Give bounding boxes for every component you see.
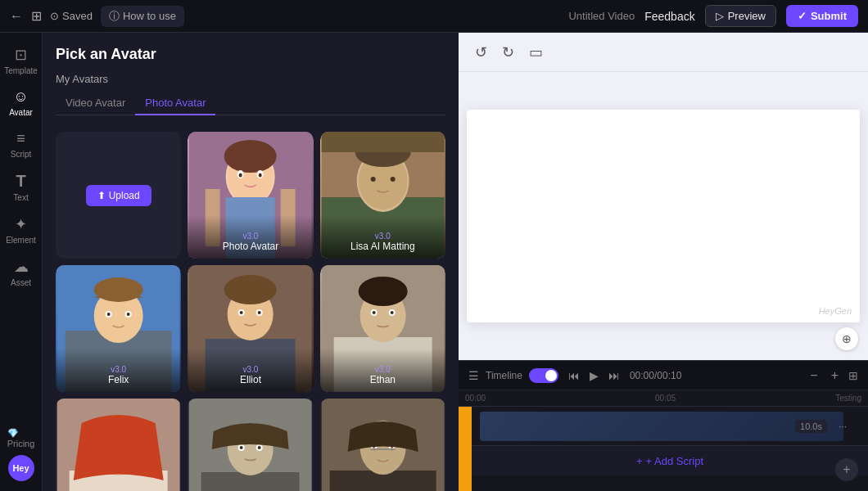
avatar-overlay-photo-avatar: v3.0 Photo Avatar (188, 215, 313, 259)
submit-button[interactable]: ✓ Submit (786, 5, 858, 27)
undo-button[interactable]: ↺ (472, 40, 491, 65)
avatar-panel-title: Pick an Avatar (56, 46, 445, 63)
sidebar-item-element[interactable]: ✦ Element (2, 210, 41, 250)
upload-card[interactable]: ⬆ Upload (56, 132, 181, 259)
play-button[interactable]: ▶ (586, 367, 602, 384)
script-icon: ≡ (16, 130, 25, 147)
timeline-tracks: 1 10.0s ··· + + Add Script + (459, 407, 868, 491)
skip-back-button[interactable]: ⏮ (565, 367, 583, 384)
topbar-right: Untitled Video Feedback ▷ Preview ✓ Subm… (568, 5, 858, 27)
avatar-svg-girl2 (56, 399, 181, 491)
question-icon: ⓘ (109, 9, 120, 24)
timeline: ☰ Timeline ⏮ ▶ ⏭ 00:00/00:10 − + ⊞ (459, 360, 868, 491)
upload-icon: ⬆ (97, 190, 106, 201)
plus-icon: + (843, 462, 850, 477)
upload-button[interactable]: ⬆ Upload (86, 185, 151, 206)
hey-button[interactable]: Hey (8, 455, 34, 481)
sidebar-item-text-label: Text (13, 193, 28, 202)
tab-video-avatar[interactable]: Video Avatar (56, 92, 135, 115)
sidebar-item-text[interactable]: T Text (2, 167, 41, 207)
avatar-card-ethan[interactable]: v3.0 Ethan (320, 265, 445, 392)
sidebar-item-avatar[interactable]: ☺ Avatar (2, 83, 41, 122)
svg-point-27 (127, 313, 130, 316)
svg-point-4 (224, 140, 277, 173)
svg-point-34 (240, 311, 243, 314)
canvas-preview[interactable]: HeyGen (467, 110, 860, 322)
settings-icon[interactable]: ⊞ (848, 369, 858, 382)
avatar-tabs: Video Avatar Photo Avatar (56, 92, 445, 115)
saved-status: ⊙ Saved (50, 10, 93, 22)
tab-photo-avatar[interactable]: Photo Avatar (135, 92, 215, 115)
avatar-image-guy2 (188, 399, 313, 491)
avatar-svg-guy2 (188, 399, 313, 491)
avatar-name-elliot: Elliot (240, 374, 261, 385)
text-icon: T (16, 172, 25, 191)
upload-label: Upload (109, 190, 140, 201)
timeline-toggle-knob (545, 370, 557, 381)
zoom-icon: ⊕ (842, 332, 852, 345)
avatar-version-felix: v3.0 (111, 365, 126, 374)
svg-point-26 (107, 313, 111, 316)
avatar-card-guy2[interactable] (188, 399, 313, 491)
timeline-time: 00:00/00:10 (630, 370, 681, 381)
topbar: ← ⊞ ⊙ Saved ⓘ How to use Untitled Video … (0, 0, 868, 33)
main-content: ⊡ Template ☺ Avatar ≡ Script T Text ✦ El… (0, 33, 868, 491)
svg-point-57 (240, 446, 243, 449)
avatar-card-lisa[interactable]: v3.0 Lisa AI Matting (320, 132, 445, 259)
avatar-name-felix: Felix (108, 374, 129, 385)
timeline-label: Timeline (486, 370, 522, 381)
add-script-label: + Add Script (646, 455, 703, 467)
svg-point-58 (258, 446, 261, 449)
timeline-toggle[interactable] (529, 368, 558, 383)
aspect-ratio-button[interactable]: ▭ (526, 40, 546, 65)
sidebar-item-script[interactable]: ≡ Script (2, 125, 41, 164)
avatar-overlay-felix: v3.0 Felix (56, 349, 181, 392)
sidebar-item-template[interactable]: ⊡ Template (2, 41, 41, 80)
avatar-image-guy3 (320, 399, 445, 491)
avatar-card-guy3[interactable] (320, 399, 445, 491)
svg-point-44 (358, 277, 407, 306)
avatar-panel: Pick an Avatar My Avatars Video Avatar P… (43, 33, 459, 491)
timeline-left-bar (459, 407, 472, 491)
pricing-label: pricing (7, 439, 35, 448)
saved-icon: ⊙ (50, 10, 59, 22)
avatar-version-elliot: v3.0 (243, 365, 259, 374)
sidebar-bottom: 💎 pricing Hey (7, 428, 35, 491)
avatar-card-felix[interactable]: v3.0 Felix (56, 265, 181, 392)
feedback-button[interactable]: Feedback (644, 10, 694, 23)
time-current: 00:00 (630, 370, 654, 381)
skip-forward-button[interactable]: ⏭ (605, 367, 623, 384)
svg-point-36 (224, 275, 277, 304)
how-to-use-button[interactable]: ⓘ How to use (101, 6, 184, 27)
preview-button[interactable]: ▷ Preview (705, 5, 776, 27)
svg-point-43 (390, 311, 393, 314)
hey-label: Hey (12, 463, 29, 473)
zoom-out-button[interactable]: − (807, 367, 821, 385)
element-icon: ✦ (15, 215, 27, 233)
avatar-panel-header: Pick an Avatar My Avatars Video Avatar P… (43, 33, 459, 122)
layout-icon[interactable]: ⊞ (31, 8, 42, 24)
track-add-button[interactable]: + (835, 458, 858, 481)
back-icon[interactable]: ← (10, 9, 23, 24)
redo-button[interactable]: ↻ (499, 40, 518, 65)
avatar-card-elliot[interactable]: v3.0 Elliot (188, 265, 313, 392)
add-script-button[interactable]: + + Add Script (472, 446, 868, 475)
topbar-left: ← ⊞ ⊙ Saved ⓘ How to use (10, 6, 558, 27)
ruler-mark-1: 00:05 (655, 394, 676, 403)
zoom-button[interactable]: ⊕ (835, 327, 858, 350)
timeline-controls: ☰ Timeline ⏮ ▶ ⏭ 00:00/00:10 − + ⊞ (459, 361, 868, 390)
avatar-card-girl2[interactable] (56, 399, 181, 491)
avatar-card-photo-avatar[interactable]: v3.0 Photo Avatar (188, 132, 313, 259)
sidebar-item-pricing[interactable]: 💎 pricing (7, 428, 35, 448)
sidebar-item-template-label: Template (4, 66, 38, 75)
track-more-button[interactable]: ··· (839, 421, 847, 432)
avatar-name-photo-avatar: Photo Avatar (223, 241, 279, 252)
svg-point-42 (372, 311, 375, 314)
zoom-in-button[interactable]: + (828, 367, 842, 385)
track-clip[interactable] (480, 412, 843, 441)
timeline-ruler: 00:00 00:05 Testing (459, 390, 868, 407)
avatar-image-girl2 (56, 399, 181, 491)
sidebar-item-asset[interactable]: ☁ Asset (2, 253, 41, 292)
preview-label: Preview (728, 10, 766, 22)
svg-point-7 (239, 173, 242, 178)
